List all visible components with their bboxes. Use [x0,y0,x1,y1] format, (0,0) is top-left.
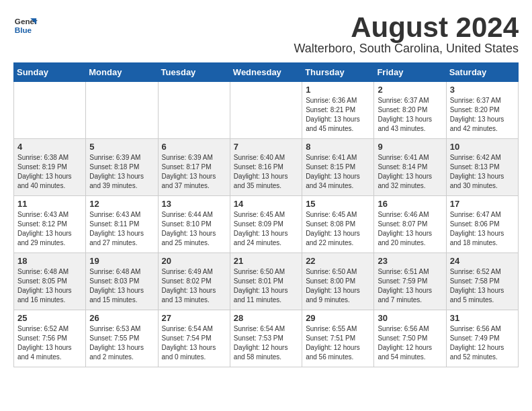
day-info: Sunrise: 6:38 AM Sunset: 8:19 PM Dayligh… [17,153,82,191]
table-row: 9Sunrise: 6:41 AM Sunset: 8:14 PM Daylig… [374,139,446,196]
day-info: Sunrise: 6:54 AM Sunset: 7:53 PM Dayligh… [234,324,298,362]
table-row: 2Sunrise: 6:37 AM Sunset: 8:20 PM Daylig… [374,82,446,139]
table-row: 19Sunrise: 6:48 AM Sunset: 8:03 PM Dayli… [86,253,158,310]
day-number: 21 [234,256,298,266]
table-row: 24Sunrise: 6:52 AM Sunset: 7:58 PM Dayli… [446,253,518,310]
day-info: Sunrise: 6:43 AM Sunset: 8:12 PM Dayligh… [17,210,82,248]
table-row: 5Sunrise: 6:39 AM Sunset: 8:18 PM Daylig… [86,139,158,196]
table-row [86,82,158,139]
calendar-week-row: 18Sunrise: 6:48 AM Sunset: 8:05 PM Dayli… [14,253,519,310]
day-number: 9 [378,142,442,152]
day-number: 19 [89,256,154,266]
table-row: 17Sunrise: 6:47 AM Sunset: 8:06 PM Dayli… [446,196,518,253]
day-info: Sunrise: 6:45 AM Sunset: 8:08 PM Dayligh… [306,210,370,248]
table-row: 27Sunrise: 6:54 AM Sunset: 7:54 PM Dayli… [158,310,230,367]
day-info: Sunrise: 6:43 AM Sunset: 8:11 PM Dayligh… [89,210,154,248]
header-saturday: Saturday [446,63,518,82]
day-info: Sunrise: 6:45 AM Sunset: 8:09 PM Dayligh… [234,210,298,248]
day-info: Sunrise: 6:39 AM Sunset: 8:18 PM Dayligh… [89,153,154,191]
day-number: 31 [450,313,515,323]
header-friday: Friday [374,63,446,82]
day-number: 2 [378,85,442,95]
table-row [158,82,230,139]
header-wednesday: Wednesday [230,63,302,82]
day-info: Sunrise: 6:42 AM Sunset: 8:13 PM Dayligh… [450,153,515,191]
title-section: August 2024 Walterboro, South Carolina, … [294,13,519,56]
table-row: 26Sunrise: 6:53 AM Sunset: 7:55 PM Dayli… [86,310,158,367]
header-monday: Monday [86,63,158,82]
table-row [14,82,86,139]
day-info: Sunrise: 6:41 AM Sunset: 8:14 PM Dayligh… [378,153,442,191]
table-row: 11Sunrise: 6:43 AM Sunset: 8:12 PM Dayli… [14,196,86,253]
day-info: Sunrise: 6:56 AM Sunset: 7:49 PM Dayligh… [450,324,515,362]
table-row: 31Sunrise: 6:56 AM Sunset: 7:49 PM Dayli… [446,310,518,367]
day-number: 24 [450,256,515,266]
day-number: 6 [162,142,226,152]
table-row: 28Sunrise: 6:54 AM Sunset: 7:53 PM Dayli… [230,310,302,367]
table-row: 30Sunrise: 6:56 AM Sunset: 7:50 PM Dayli… [374,310,446,367]
day-number: 10 [450,142,515,152]
calendar-week-row: 4Sunrise: 6:38 AM Sunset: 8:19 PM Daylig… [14,139,519,196]
day-number: 25 [17,313,82,323]
day-info: Sunrise: 6:52 AM Sunset: 7:56 PM Dayligh… [17,324,82,362]
day-number: 23 [378,256,442,266]
table-row: 8Sunrise: 6:41 AM Sunset: 8:15 PM Daylig… [302,139,374,196]
day-number: 7 [234,142,298,152]
table-row: 25Sunrise: 6:52 AM Sunset: 7:56 PM Dayli… [14,310,86,367]
header: General Blue August 2024 Walterboro, Sou… [13,13,519,56]
day-number: 27 [162,313,226,323]
day-number: 18 [17,256,82,266]
table-row: 16Sunrise: 6:46 AM Sunset: 8:07 PM Dayli… [374,196,446,253]
svg-text:Blue: Blue [15,26,32,34]
page-wrapper: General Blue August 2024 Walterboro, Sou… [13,13,519,367]
day-info: Sunrise: 6:37 AM Sunset: 8:20 PM Dayligh… [378,96,442,134]
day-number: 12 [89,199,154,209]
table-row: 7Sunrise: 6:40 AM Sunset: 8:16 PM Daylig… [230,139,302,196]
table-row: 21Sunrise: 6:50 AM Sunset: 8:01 PM Dayli… [230,253,302,310]
day-info: Sunrise: 6:40 AM Sunset: 8:16 PM Dayligh… [234,153,298,191]
day-number: 22 [306,256,370,266]
table-row: 20Sunrise: 6:49 AM Sunset: 8:02 PM Dayli… [158,253,230,310]
day-info: Sunrise: 6:41 AM Sunset: 8:15 PM Dayligh… [306,153,370,191]
logo: General Blue [13,13,38,38]
day-number: 11 [17,199,82,209]
table-row: 23Sunrise: 6:51 AM Sunset: 7:59 PM Dayli… [374,253,446,310]
day-info: Sunrise: 6:48 AM Sunset: 8:03 PM Dayligh… [89,267,154,305]
day-info: Sunrise: 6:46 AM Sunset: 8:07 PM Dayligh… [378,210,442,248]
table-row: 12Sunrise: 6:43 AM Sunset: 8:11 PM Dayli… [86,196,158,253]
day-number: 1 [306,85,370,95]
header-tuesday: Tuesday [158,63,230,82]
table-row: 6Sunrise: 6:39 AM Sunset: 8:17 PM Daylig… [158,139,230,196]
logo-icon: General Blue [13,13,38,38]
calendar-title: August 2024 [294,13,519,42]
day-number: 17 [450,199,515,209]
day-info: Sunrise: 6:49 AM Sunset: 8:02 PM Dayligh… [162,267,226,305]
day-info: Sunrise: 6:56 AM Sunset: 7:50 PM Dayligh… [378,324,442,362]
days-header-row: Sunday Monday Tuesday Wednesday Thursday… [14,63,519,82]
day-info: Sunrise: 6:55 AM Sunset: 7:51 PM Dayligh… [306,324,370,362]
day-number: 26 [89,313,154,323]
day-info: Sunrise: 6:48 AM Sunset: 8:05 PM Dayligh… [17,267,82,305]
day-info: Sunrise: 6:37 AM Sunset: 8:20 PM Dayligh… [450,96,515,134]
day-number: 15 [306,199,370,209]
day-number: 13 [162,199,226,209]
calendar-week-row: 25Sunrise: 6:52 AM Sunset: 7:56 PM Dayli… [14,310,519,367]
day-number: 28 [234,313,298,323]
day-number: 29 [306,313,370,323]
calendar-table: Sunday Monday Tuesday Wednesday Thursday… [13,62,519,367]
day-number: 30 [378,313,442,323]
day-info: Sunrise: 6:44 AM Sunset: 8:10 PM Dayligh… [162,210,226,248]
header-sunday: Sunday [14,63,86,82]
table-row: 1Sunrise: 6:36 AM Sunset: 8:21 PM Daylig… [302,82,374,139]
table-row: 18Sunrise: 6:48 AM Sunset: 8:05 PM Dayli… [14,253,86,310]
day-info: Sunrise: 6:51 AM Sunset: 7:59 PM Dayligh… [378,267,442,305]
table-row [230,82,302,139]
day-info: Sunrise: 6:50 AM Sunset: 8:00 PM Dayligh… [306,267,370,305]
calendar-week-row: 1Sunrise: 6:36 AM Sunset: 8:21 PM Daylig… [14,82,519,139]
table-row: 29Sunrise: 6:55 AM Sunset: 7:51 PM Dayli… [302,310,374,367]
calendar-subtitle: Walterboro, South Carolina, United State… [294,42,519,56]
day-info: Sunrise: 6:36 AM Sunset: 8:21 PM Dayligh… [306,96,370,134]
day-info: Sunrise: 6:47 AM Sunset: 8:06 PM Dayligh… [450,210,515,248]
table-row: 14Sunrise: 6:45 AM Sunset: 8:09 PM Dayli… [230,196,302,253]
table-row: 15Sunrise: 6:45 AM Sunset: 8:08 PM Dayli… [302,196,374,253]
